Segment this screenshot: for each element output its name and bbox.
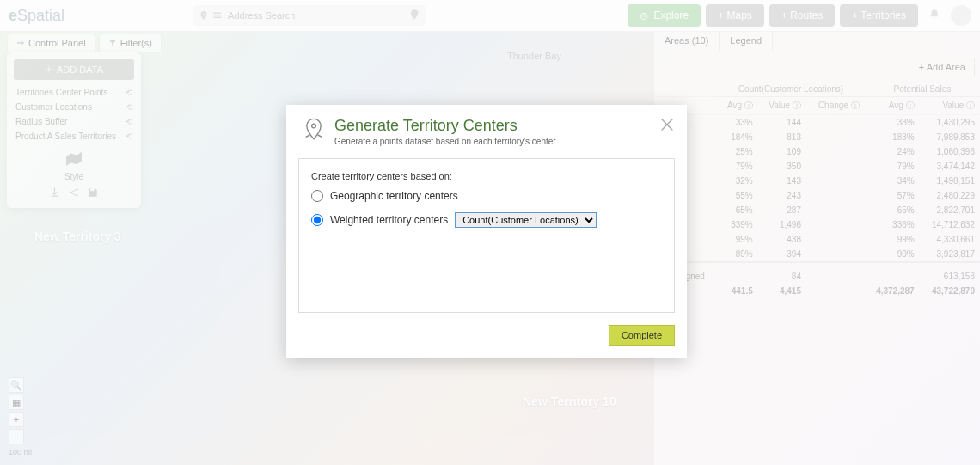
modal-title: Generate Territory Centers (334, 117, 556, 135)
svg-point-4 (312, 124, 316, 128)
close-icon[interactable] (658, 115, 677, 138)
territory-centers-icon (302, 117, 326, 141)
weight-select[interactable]: Count(Customer Locations) (455, 212, 597, 228)
radio-geographic[interactable]: Geographic territory centers (311, 190, 662, 202)
radio-geographic-input[interactable] (311, 190, 323, 202)
radio-weighted[interactable]: Weighted territory centers Count(Custome… (311, 212, 662, 228)
radio-weighted-input[interactable] (311, 214, 323, 226)
modal-body-label: Create territory centers based on: (311, 171, 662, 181)
modal-subtitle: Generate a points dataset based on each … (334, 137, 556, 146)
complete-button[interactable]: Complete (609, 325, 675, 346)
generate-territory-centers-modal: Generate Territory Centers Generate a po… (286, 105, 687, 358)
